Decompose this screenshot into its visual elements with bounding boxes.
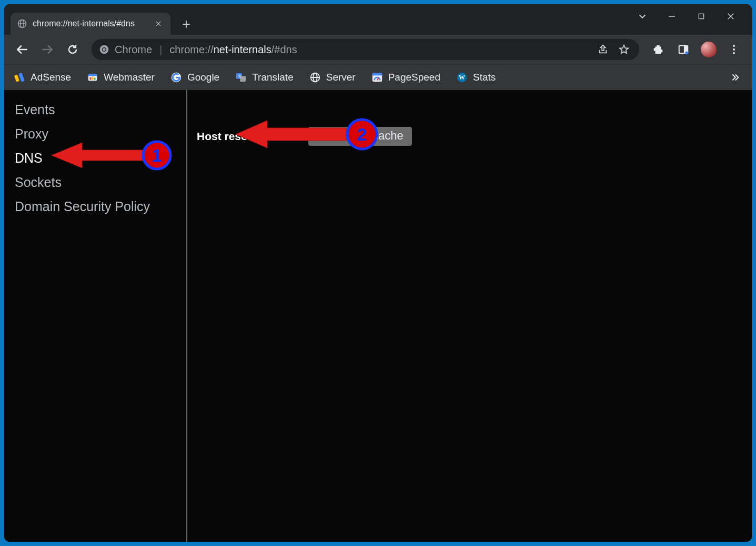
globe-icon <box>17 18 27 29</box>
site-chip-label: Chrome <box>115 44 152 56</box>
svg-rect-8 <box>699 14 703 18</box>
server-icon <box>309 72 321 83</box>
bookmark-stats[interactable]: W Stats <box>456 72 496 83</box>
svg-rect-23 <box>88 74 97 76</box>
new-tab-button[interactable] <box>176 14 197 35</box>
bookmark-label: Webmaster <box>104 72 155 83</box>
bookmark-label: AdSense <box>31 72 71 83</box>
bookmark-translate[interactable]: 文 Translate <box>235 72 294 83</box>
bookmark-pagespeed[interactable]: PageSpeed <box>371 72 440 83</box>
extensions-button[interactable] <box>648 39 669 60</box>
google-icon <box>170 72 182 83</box>
window-controls <box>624 4 749 28</box>
window-maximize-button[interactable] <box>694 9 709 24</box>
bookmark-label: Server <box>326 72 356 83</box>
svg-text:W: W <box>459 74 465 81</box>
svg-point-15 <box>103 48 105 51</box>
sidebar-item-proxy[interactable]: Proxy <box>15 122 186 146</box>
bookmark-star-button[interactable] <box>616 42 632 57</box>
toolbar: Chrome | chrome:// net-internals /#dns <box>4 35 752 65</box>
bookmark-label: Stats <box>473 72 496 83</box>
pagespeed-icon <box>371 72 383 83</box>
host-cache-row: Host resolver cache Clear host cache <box>197 127 752 146</box>
bookmark-label: Google <box>187 72 219 83</box>
page-content: Events Proxy DNS Sockets Domain Security… <box>4 90 752 542</box>
bookmark-webmaster[interactable]: Webmaster <box>87 72 155 83</box>
window-close-button[interactable] <box>723 9 738 24</box>
svg-rect-20 <box>14 75 19 82</box>
back-button[interactable] <box>12 39 33 60</box>
translate-icon: 文 <box>235 72 247 83</box>
url-text: chrome:// net-internals /#dns <box>169 44 297 56</box>
main-panel: Host resolver cache Clear host cache <box>187 90 752 542</box>
reload-button[interactable] <box>62 39 83 60</box>
tab-search-button[interactable] <box>635 9 650 24</box>
tab-close-button[interactable] <box>153 18 164 29</box>
bookmark-label: Translate <box>252 72 294 83</box>
window-minimize-button[interactable] <box>664 9 679 24</box>
browser-window: chrome://net-internals/#dns <box>4 4 752 542</box>
webmaster-icon <box>87 72 98 83</box>
side-panel-button[interactable] <box>673 39 694 60</box>
bookmark-adsense[interactable]: AdSense <box>14 72 71 83</box>
bookmark-google[interactable]: Google <box>170 72 219 83</box>
bookmark-server[interactable]: Server <box>309 72 356 83</box>
sidebar-item-events[interactable]: Events <box>15 97 186 122</box>
address-bar[interactable]: Chrome | chrome:// net-internals /#dns <box>92 39 639 60</box>
sidebar-item-dns[interactable]: DNS <box>15 146 186 170</box>
svg-point-19 <box>685 51 688 54</box>
tab-active[interactable]: chrome://net-internals/#dns <box>11 13 170 35</box>
share-button[interactable] <box>595 42 611 57</box>
svg-marker-16 <box>620 45 629 54</box>
avatar-icon <box>701 42 717 57</box>
chrome-logo-icon <box>99 44 109 55</box>
host-resolver-cache-label: Host resolver cache <box>197 130 302 143</box>
svg-rect-35 <box>372 73 382 76</box>
toolbar-right <box>648 39 744 60</box>
svg-rect-26 <box>94 78 96 80</box>
sidebar-item-domain-security-policy[interactable]: Domain Security Policy <box>15 194 186 219</box>
adsense-icon <box>14 72 25 83</box>
svg-text:文: 文 <box>238 74 241 78</box>
site-chip[interactable]: Chrome | <box>99 44 164 56</box>
tab-title: chrome://net-internals/#dns <box>33 19 147 28</box>
kebab-menu-button[interactable] <box>723 39 744 60</box>
wordpress-icon: W <box>456 72 468 83</box>
sidebar: Events Proxy DNS Sockets Domain Security… <box>4 90 187 542</box>
bookmark-label: PageSpeed <box>388 72 440 83</box>
bookmarks-overflow-button[interactable] <box>727 70 742 85</box>
sidebar-item-sockets[interactable]: Sockets <box>15 170 186 194</box>
bookmarks-bar: AdSense Webmaster Google 文 Translate Ser… <box>4 65 752 90</box>
clear-host-cache-button[interactable]: Clear host cache <box>308 127 412 146</box>
chip-separator: | <box>159 44 162 56</box>
svg-rect-25 <box>92 76 94 80</box>
profile-avatar[interactable] <box>698 39 719 60</box>
svg-rect-21 <box>18 73 25 82</box>
tab-strip: chrome://net-internals/#dns <box>4 4 752 35</box>
forward-button[interactable] <box>37 39 58 60</box>
svg-rect-24 <box>90 77 92 80</box>
